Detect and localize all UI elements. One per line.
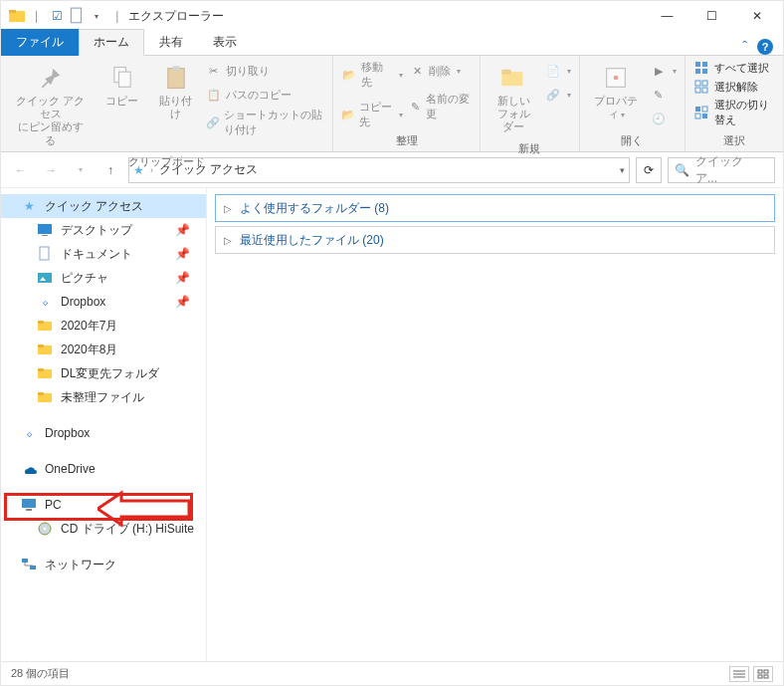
- nav-folder-2020-07[interactable]: 2020年7月: [1, 314, 206, 338]
- cut-button[interactable]: ✂ 切り取り: [206, 60, 325, 82]
- move-to-button[interactable]: 📂 移動先▾: [341, 60, 403, 90]
- svg-rect-4: [118, 72, 130, 87]
- rename-button[interactable]: ✎ 名前の変更: [409, 92, 472, 121]
- nav-dropbox[interactable]: ⬦ Dropbox: [1, 421, 206, 445]
- close-button[interactable]: ✕: [734, 2, 779, 30]
- documents-icon: [37, 246, 53, 262]
- help-icon[interactable]: ?: [757, 39, 773, 55]
- explorer-body: ★ クイック アクセス デスクトップ📌 ドキュメント📌 ピクチャ📌 ⬦ Drop…: [1, 188, 783, 661]
- open-button[interactable]: ▶▾: [651, 60, 677, 82]
- copy-to-button[interactable]: 📂 コピー先▾: [341, 100, 403, 129]
- new-item-button[interactable]: 📄▾: [545, 60, 571, 82]
- edit-button[interactable]: ✎: [651, 84, 677, 106]
- tab-home[interactable]: ホーム: [79, 29, 144, 56]
- network-icon: [21, 557, 37, 572]
- navigation-pane[interactable]: ★ クイック アクセス デスクトップ📌 ドキュメント📌 ピクチャ📌 ⬦ Drop…: [1, 188, 207, 661]
- app-folder-icon: [9, 8, 25, 24]
- address-box[interactable]: ★ › クイック アクセス ▾: [128, 157, 630, 183]
- copy-button[interactable]: コピー: [98, 60, 146, 112]
- pin-to-quick-access-button[interactable]: クイック アクセス にピン留めする: [9, 60, 93, 151]
- pin-icon: 📌: [175, 295, 190, 309]
- chevron-right-icon: ▷: [224, 203, 232, 214]
- nav-desktop[interactable]: デスクトップ📌: [1, 218, 206, 242]
- svg-rect-37: [26, 509, 32, 511]
- group-header-recent-files[interactable]: ▷ 最近使用したファイル (20): [215, 226, 775, 254]
- title-separator-1: |: [35, 9, 38, 23]
- shortcut-icon: 🔗: [206, 114, 220, 130]
- paste-shortcut-button[interactable]: 🔗 ショートカットの貼り付け: [206, 108, 325, 137]
- nav-folder-2020-08[interactable]: 2020年8月: [1, 338, 206, 361]
- chevron-right-icon: ▷: [224, 235, 232, 246]
- pin-icon: 📌: [175, 271, 190, 285]
- svg-rect-46: [764, 670, 768, 673]
- paste-button[interactable]: 貼り付け: [152, 60, 200, 124]
- nav-forward-button[interactable]: →: [39, 158, 63, 182]
- nav-documents[interactable]: ドキュメント📌: [1, 242, 206, 266]
- disc-icon: [37, 521, 53, 537]
- svg-rect-22: [702, 114, 707, 118]
- svg-rect-40: [22, 559, 28, 563]
- nav-network[interactable]: ネットワーク: [1, 553, 206, 576]
- scissors-icon: ✂: [206, 63, 222, 79]
- svg-rect-2: [72, 8, 82, 23]
- view-large-icons-button[interactable]: [753, 666, 773, 682]
- easy-access-button[interactable]: 🔗▾: [545, 84, 571, 106]
- copy-to-icon: 📂: [341, 107, 355, 122]
- svg-rect-14: [702, 69, 707, 74]
- nav-folder-dl[interactable]: DL変更先フォルダ: [1, 361, 206, 385]
- nav-recent-button[interactable]: ▾: [69, 158, 93, 182]
- qat-dropdown-icon[interactable]: ▾: [88, 7, 105, 25]
- address-dropdown-icon[interactable]: ▾: [620, 165, 625, 175]
- select-none-button[interactable]: 選択解除: [714, 80, 775, 95]
- search-icon: 🔍: [675, 163, 689, 177]
- nav-onedrive[interactable]: OneDrive: [1, 457, 206, 481]
- ribbon-group-new-label: 新規: [489, 138, 571, 159]
- nav-pc[interactable]: PC: [1, 493, 206, 517]
- delete-button[interactable]: ✕ 削除▾: [409, 60, 472, 82]
- ribbon-group-organize: 📂 移動先▾ 📂 コピー先▾ ✕ 削除▾ ✎ 名前の変更: [333, 56, 480, 151]
- title-separator-2: |: [115, 9, 118, 23]
- nav-quick-access[interactable]: ★ クイック アクセス: [1, 194, 206, 218]
- location-text: クイック アクセス: [159, 161, 258, 178]
- svg-rect-19: [695, 107, 700, 112]
- content-pane[interactable]: ▷ よく使用するフォルダー (8) ▷ 最近使用したファイル (20): [207, 188, 783, 661]
- move-to-icon: 📂: [341, 67, 357, 83]
- group-header-frequent-folders[interactable]: ▷ よく使用するフォルダー (8): [215, 194, 775, 222]
- svg-rect-6: [172, 66, 179, 71]
- copy-path-button[interactable]: 📋 パスのコピー: [206, 84, 325, 106]
- invert-selection-button[interactable]: 選択の切り替え: [714, 98, 775, 127]
- refresh-button[interactable]: ⟳: [636, 157, 662, 183]
- tab-file[interactable]: ファイル: [1, 29, 79, 56]
- select-all-button[interactable]: すべて選択: [714, 61, 775, 76]
- qat-checkbox-icon[interactable]: ☑: [48, 7, 66, 25]
- svg-point-39: [44, 528, 47, 531]
- desktop-icon: [37, 222, 53, 238]
- view-details-button[interactable]: [729, 666, 749, 682]
- ribbon-group-open-label: 開く: [588, 130, 676, 151]
- ribbon: クイック アクセス にピン留めする コピー 貼り付け ✂ 切り取り 📋 パスのコ…: [1, 55, 783, 152]
- nav-pictures[interactable]: ピクチャ📌: [1, 266, 206, 290]
- nav-folder-unsorted[interactable]: 未整理ファイル: [1, 385, 206, 409]
- qat-document-icon[interactable]: [68, 7, 86, 25]
- refresh-icon: ⟳: [644, 163, 654, 177]
- history-button[interactable]: 🕘: [651, 108, 677, 129]
- tab-view[interactable]: 表示: [198, 29, 252, 56]
- svg-rect-20: [702, 107, 707, 112]
- ribbon-group-select: すべて選択 選択解除 選択の切り替え 選択: [686, 56, 783, 151]
- nav-cd-drive[interactable]: CD ドライブ (H:) HiSuite: [1, 517, 206, 541]
- edit-icon: ✎: [651, 87, 667, 103]
- ribbon-collapse-icon[interactable]: ˆ: [742, 39, 747, 55]
- properties-button[interactable]: プロパティ▾: [588, 60, 644, 124]
- folder-icon: [37, 389, 53, 405]
- nav-back-button[interactable]: ←: [9, 158, 33, 182]
- svg-rect-11: [695, 62, 700, 67]
- svg-rect-23: [38, 224, 52, 234]
- minimize-button[interactable]: —: [645, 2, 689, 30]
- nav-up-button[interactable]: ↑: [98, 158, 122, 182]
- tab-share[interactable]: 共有: [144, 29, 198, 56]
- search-box[interactable]: 🔍 クイック ア...: [668, 157, 775, 183]
- nav-dropbox-qa[interactable]: ⬦ Dropbox📌: [1, 290, 206, 314]
- delete-icon: ✕: [409, 63, 425, 79]
- new-folder-button[interactable]: 新しい フォルダー: [489, 60, 539, 138]
- maximize-button[interactable]: ☐: [689, 2, 734, 30]
